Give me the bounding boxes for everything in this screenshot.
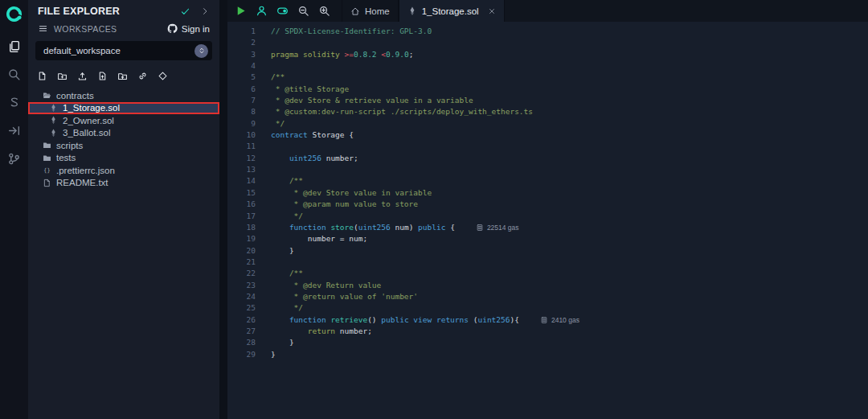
line-number[interactable]: 10 bbox=[227, 129, 256, 141]
line-number[interactable]: 12 bbox=[227, 153, 256, 164]
line-number[interactable]: 2 bbox=[227, 37, 256, 48]
upload-folder-icon bbox=[117, 71, 128, 81]
line-number[interactable]: 29 bbox=[227, 349, 256, 360]
workspaces-menu-icon[interactable] bbox=[38, 23, 48, 34]
line-number[interactable]: 5 bbox=[227, 72, 256, 83]
code-line[interactable]: 23 * @dev Return value bbox=[227, 280, 868, 291]
tree-item-label: README.txt bbox=[56, 178, 108, 187]
workspace-select[interactable]: default_workspace bbox=[35, 41, 212, 60]
editor-preview-toggle-button[interactable] bbox=[276, 5, 289, 17]
line-number[interactable]: 27 bbox=[227, 326, 256, 337]
line-number[interactable]: 19 bbox=[227, 233, 256, 244]
new-file-button[interactable] bbox=[37, 71, 47, 81]
code-editor[interactable]: 1// SPDX-License-Identifier: GPL-3.023pr… bbox=[227, 22, 868, 419]
link-button[interactable] bbox=[137, 71, 148, 81]
diamond-button[interactable] bbox=[158, 71, 168, 81]
panel-title: FILE EXPLORER bbox=[38, 6, 180, 17]
code-line[interactable]: 27 return number; bbox=[227, 326, 868, 337]
tree-item-tests[interactable]: tests bbox=[28, 152, 219, 165]
publish-gist-button[interactable] bbox=[77, 71, 88, 81]
code-line[interactable]: 15 * @dev Store value in variable bbox=[227, 187, 868, 199]
line-number[interactable]: 20 bbox=[227, 245, 256, 257]
chevron-right-icon[interactable] bbox=[200, 6, 210, 16]
code-line[interactable]: 1// SPDX-License-Identifier: GPL-3.0 bbox=[227, 26, 868, 37]
workspaces-header: WORKSPACES bbox=[38, 23, 167, 34]
new-folder-button[interactable] bbox=[57, 71, 68, 81]
code-line[interactable]: 16 * @param num value to store bbox=[227, 199, 868, 210]
check-icon[interactable] bbox=[180, 6, 190, 17]
code-line[interactable]: 11 bbox=[227, 141, 868, 152]
activity-item-deploy-run[interactable] bbox=[4, 120, 25, 141]
line-number[interactable]: 16 bbox=[227, 199, 256, 210]
close-icon[interactable] bbox=[488, 7, 496, 15]
tree-item-2-owner-sol[interactable]: 2_Owner.sol bbox=[28, 114, 219, 127]
line-number[interactable]: 13 bbox=[227, 164, 256, 175]
code-line[interactable]: 21 bbox=[227, 257, 868, 268]
activity-item-solidity-compiler[interactable] bbox=[4, 92, 25, 113]
code-line[interactable]: 17 */ bbox=[227, 211, 868, 222]
tree-item-1-storage-sol[interactable]: 1_Storage.sol bbox=[28, 102, 219, 115]
line-number[interactable]: 26 bbox=[227, 314, 256, 326]
code-line[interactable]: 20 } bbox=[227, 245, 868, 257]
activity-item-file-explorer[interactable] bbox=[4, 35, 25, 56]
code-line[interactable]: 10contract Storage { bbox=[227, 129, 868, 141]
line-number[interactable]: 7 bbox=[227, 95, 256, 106]
tree-item-3-ballot-sol[interactable]: 3_Ballot.sol bbox=[28, 127, 219, 140]
sign-in-button[interactable]: Sign in bbox=[167, 23, 210, 34]
code-line[interactable]: 18 function store(uint256 num) public {2… bbox=[227, 222, 868, 233]
workspace-updown-icon[interactable] bbox=[194, 44, 208, 58]
solidity-file-icon bbox=[49, 104, 58, 113]
upload-folder-button[interactable] bbox=[117, 71, 128, 81]
code-line[interactable]: 9 */ bbox=[227, 118, 868, 129]
activity-item-search[interactable] bbox=[4, 64, 25, 84]
code-line[interactable]: 13 bbox=[227, 164, 868, 175]
code-line[interactable]: 2 bbox=[227, 37, 868, 48]
code-line[interactable]: 3pragma solidity >=0.8.2 <0.9.0; bbox=[227, 49, 868, 60]
tree-item-prettierrc-json[interactable]: {}.prettierrc.json bbox=[28, 164, 219, 177]
code-line[interactable]: 25 */ bbox=[227, 302, 868, 314]
code-line[interactable]: 22 /** bbox=[227, 268, 868, 279]
code-line[interactable]: 28 } bbox=[227, 337, 868, 348]
line-number[interactable]: 11 bbox=[227, 141, 256, 152]
remix-logo-icon[interactable] bbox=[5, 5, 24, 24]
code-line[interactable]: 4 bbox=[227, 60, 868, 72]
tree-item-readme-txt[interactable]: README.txt bbox=[28, 177, 219, 190]
line-number[interactable]: 9 bbox=[227, 118, 256, 129]
line-number[interactable]: 24 bbox=[227, 291, 256, 302]
line-number[interactable]: 3 bbox=[227, 49, 256, 60]
tab-home[interactable]: Home bbox=[342, 0, 399, 22]
code-line[interactable]: 7 * @dev Store & retrieve value in a var… bbox=[227, 95, 868, 106]
line-number[interactable]: 4 bbox=[227, 60, 256, 72]
editor-run-script-button[interactable] bbox=[235, 5, 247, 17]
code-line[interactable]: 14 /** bbox=[227, 175, 868, 187]
activity-item-git[interactable] bbox=[4, 148, 25, 169]
line-number[interactable]: 25 bbox=[227, 302, 256, 314]
code-line[interactable]: 5/** bbox=[227, 72, 868, 83]
line-number[interactable]: 28 bbox=[227, 337, 256, 348]
line-number[interactable]: 8 bbox=[227, 106, 256, 117]
line-number[interactable]: 22 bbox=[227, 268, 256, 279]
line-number[interactable]: 1 bbox=[227, 26, 256, 37]
code-line[interactable]: 24 * @return value of 'number' bbox=[227, 291, 868, 302]
code-line[interactable]: 6 * @title Storage bbox=[227, 84, 868, 95]
tree-item-scripts[interactable]: scripts bbox=[28, 139, 219, 152]
line-number[interactable]: 17 bbox=[227, 211, 256, 222]
tree-item-contracts[interactable]: contracts bbox=[28, 89, 219, 102]
line-number[interactable]: 21 bbox=[227, 257, 256, 268]
editor-zoom-in-button[interactable] bbox=[318, 5, 330, 17]
line-number[interactable]: 23 bbox=[227, 280, 256, 291]
tab-1-storage-sol[interactable]: 1_Storage.sol bbox=[399, 0, 505, 22]
panel-resize-handle[interactable] bbox=[219, 0, 227, 419]
code-line[interactable]: 26 function retrieve() public view retur… bbox=[227, 314, 868, 326]
upload-file-button[interactable] bbox=[97, 71, 108, 81]
editor-accounts-button[interactable] bbox=[256, 5, 268, 17]
line-number[interactable]: 14 bbox=[227, 175, 256, 187]
code-line[interactable]: 29} bbox=[227, 349, 868, 360]
code-line[interactable]: 8 * @custom:dev-run-script ./scripts/dep… bbox=[227, 106, 868, 117]
editor-zoom-out-button[interactable] bbox=[297, 5, 309, 17]
line-number[interactable]: 18 bbox=[227, 222, 256, 233]
code-line[interactable]: 12 uint256 number; bbox=[227, 153, 868, 164]
line-number[interactable]: 6 bbox=[227, 84, 256, 95]
line-number[interactable]: 15 bbox=[227, 187, 256, 199]
code-line[interactable]: 19 number = num; bbox=[227, 233, 868, 244]
